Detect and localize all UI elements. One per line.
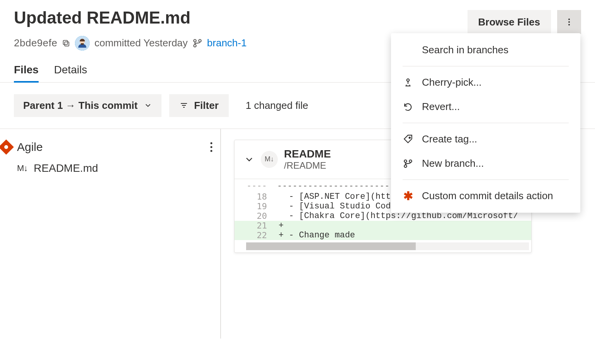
svg-point-18 — [409, 137, 410, 138]
menu-item-label: Cherry-pick... — [422, 76, 482, 88]
branch-icon — [192, 38, 202, 48]
file-type-icon: M↓ — [261, 151, 278, 168]
cherry-pick-icon — [403, 78, 413, 88]
svg-rect-4 — [81, 43, 84, 45]
tab-files[interactable]: Files — [14, 64, 39, 82]
markdown-icon: M↓ — [17, 163, 27, 173]
tab-details[interactable]: Details — [54, 64, 87, 82]
menu-item-label: Search in branches — [422, 44, 508, 56]
menu-create-tag[interactable]: Create tag... — [391, 127, 580, 151]
file-tree-item[interactable]: M↓ README.md — [0, 154, 220, 174]
file-tree-sidebar: Agile M↓ README.md — [0, 129, 221, 339]
svg-point-9 — [568, 21, 570, 23]
compare-label: Parent 1 → This commit — [23, 100, 138, 112]
file-tree-item-name: README.md — [34, 162, 98, 174]
avatar[interactable] — [75, 36, 90, 51]
svg-point-17 — [407, 79, 410, 81]
svg-point-10 — [568, 24, 570, 25]
filter-button[interactable]: Filter — [169, 94, 229, 117]
svg-rect-0 — [65, 42, 69, 46]
line-content: - Change made — [277, 230, 531, 240]
menu-revert[interactable]: Revert... — [391, 95, 580, 119]
svg-rect-1 — [63, 40, 68, 44]
filter-label: Filter — [194, 100, 219, 112]
svg-point-5 — [194, 39, 196, 42]
menu-separator — [403, 179, 569, 180]
copy-icon[interactable] — [62, 39, 70, 47]
svg-point-7 — [194, 44, 196, 47]
svg-point-16 — [211, 150, 212, 152]
browse-files-button[interactable]: Browse Files — [468, 10, 551, 34]
diff-line: 22- Change made — [235, 230, 531, 240]
svg-point-20 — [409, 160, 412, 163]
svg-point-8 — [568, 19, 570, 20]
menu-separator — [403, 66, 569, 66]
menu-separator — [403, 123, 569, 123]
changed-files-count: 1 changed file — [246, 100, 308, 112]
line-number: 19 — [235, 201, 277, 211]
svg-point-14 — [211, 142, 212, 144]
diff-line: 21 — [235, 221, 531, 230]
line-number: 22 — [235, 230, 277, 240]
more-actions-button[interactable] — [557, 10, 581, 34]
commit-title: Updated README.md — [14, 8, 468, 28]
branch-icon — [403, 159, 413, 169]
commit-hash: 2bde9efe — [14, 37, 57, 49]
menu-item-label: Create tag... — [422, 133, 477, 145]
diff-file-path: /README — [284, 160, 331, 171]
menu-item-label: New branch... — [422, 157, 484, 169]
svg-point-6 — [199, 39, 201, 42]
custom-action-icon: ✱ — [403, 191, 413, 201]
line-content — [277, 221, 531, 230]
menu-new-branch[interactable]: New branch... — [391, 151, 580, 176]
line-number: 21 — [235, 221, 277, 230]
more-actions-menu: Search in branches Cherry-pick... Revert… — [391, 33, 580, 213]
branch-link[interactable]: branch-1 — [207, 37, 247, 49]
revert-icon — [403, 102, 413, 112]
svg-point-15 — [211, 146, 212, 148]
line-number: 20 — [235, 211, 277, 221]
horizontal-scrollbar[interactable] — [246, 242, 529, 250]
tree-more-icon[interactable] — [210, 142, 212, 152]
tag-icon — [403, 134, 413, 144]
menu-cherry-pick[interactable]: Cherry-pick... — [391, 70, 580, 95]
menu-item-label: Revert... — [422, 101, 460, 113]
svg-point-19 — [404, 160, 407, 163]
menu-item-label: Custom commit details action — [422, 190, 553, 202]
repo-icon — [0, 139, 14, 155]
menu-custom-action[interactable]: ✱ Custom commit details action — [391, 184, 580, 208]
compare-picker[interactable]: Parent 1 → This commit — [14, 94, 162, 117]
committed-label: committed Yesterday — [94, 37, 187, 49]
menu-search-branches[interactable]: Search in branches — [391, 38, 580, 62]
chevron-down-icon[interactable] — [244, 154, 255, 165]
line-number: 18 — [235, 192, 277, 201]
svg-point-21 — [404, 165, 407, 168]
diff-file-name: README — [284, 148, 331, 160]
repo-name: Agile — [17, 141, 43, 154]
